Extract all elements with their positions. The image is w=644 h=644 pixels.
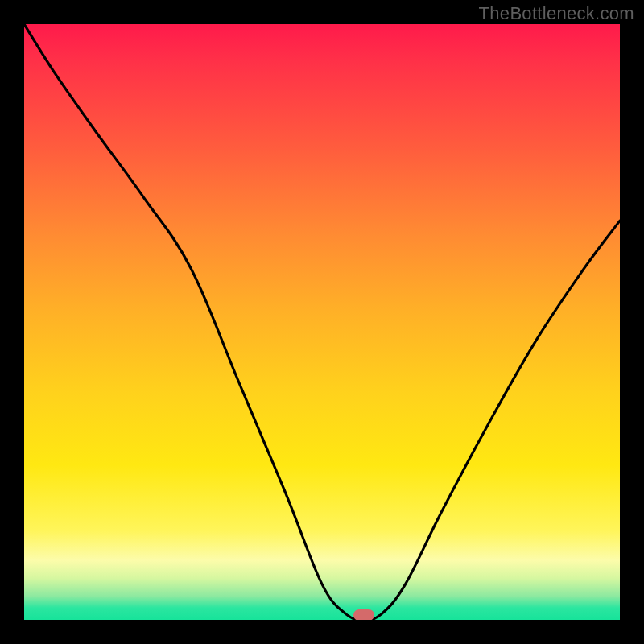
bottleneck-curve	[24, 24, 620, 620]
chart-frame: TheBottleneck.com	[0, 0, 644, 644]
watermark-text: TheBottleneck.com	[479, 3, 634, 24]
plot-area	[24, 24, 620, 620]
optimal-point-marker	[353, 609, 374, 620]
